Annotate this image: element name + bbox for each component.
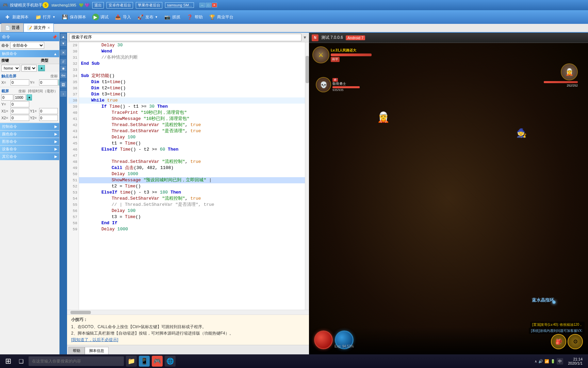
- tab-source[interactable]: 📝 源文件 ✕: [23, 23, 54, 32]
- code-line-31: //各种情况的判断: [79, 55, 305, 61]
- vertical-scrollbar[interactable]: [305, 42, 309, 310]
- emulator-btn[interactable]: 📱: [139, 356, 150, 367]
- skill-settings-btn[interactable]: ⚙: [568, 334, 583, 349]
- sidebar-header: 命令 📌: [0, 33, 59, 41]
- nox-icon: N: [312, 34, 318, 41]
- maximize-btn[interactable]: □: [206, 3, 211, 7]
- swipe-y-input[interactable]: [11, 101, 29, 107]
- lt-paste-btn[interactable]: ✱: [60, 65, 66, 72]
- lt-scroll-btn[interactable]: ↕: [60, 91, 66, 97]
- lt-cross-btn[interactable]: ✕: [60, 49, 66, 56]
- android-backend-btn[interactable]: 安卓作者后台: [107, 2, 133, 9]
- monster-badge: 🎯: [332, 78, 360, 81]
- touch-cmd-section[interactable]: 触摸命令 ▲: [0, 50, 59, 57]
- game-btn[interactable]: 🎮: [152, 356, 163, 367]
- scroll-thumb[interactable]: [306, 56, 309, 83]
- other-cmd-section[interactable]: 其它命令 ▶: [0, 153, 59, 160]
- x-input[interactable]: [11, 79, 29, 86]
- ime-indicator[interactable]: 中: [557, 358, 563, 365]
- code-line-35: Dim t1=time(): [79, 79, 305, 85]
- file-explorer-btn[interactable]: 📁: [126, 356, 137, 367]
- column-headers: 按键 类型: [0, 57, 59, 64]
- line-num-55: 55: [68, 202, 77, 208]
- task-view-btn[interactable]: ❑: [16, 356, 27, 367]
- capture-btn[interactable]: 📷 抓抓: [161, 12, 183, 22]
- browser-btn[interactable]: 🌐: [165, 356, 176, 367]
- code-line-52: t2 = Time(): [79, 183, 305, 189]
- sidebar: 命令 📌 命令 全部命令 触摸命令 ▲ 按键 类型: [0, 33, 60, 354]
- help-tab[interactable]: 帮助: [68, 347, 85, 354]
- capture-icon: 📷: [164, 14, 171, 20]
- line-num-29: 29: [68, 42, 77, 48]
- y-input[interactable]: [39, 79, 58, 86]
- item-name: 蓝水晶指环: [532, 297, 554, 303]
- minimize-btn[interactable]: ─: [199, 3, 205, 7]
- swipe-x-input[interactable]: [1, 94, 13, 101]
- x2-input[interactable]: [11, 115, 29, 121]
- game-screen[interactable]: ⚔ Lv.31人民路还大 和平: [309, 43, 588, 354]
- lt-copy-btn[interactable]: //: [60, 59, 66, 65]
- shape-cmd-section[interactable]: 图形命令 ▶: [0, 138, 59, 145]
- open-icon: 📁: [35, 14, 42, 20]
- swipe-confirm-btn[interactable]: ✦: [27, 94, 32, 101]
- debug-btn[interactable]: ▶ 调试: [89, 12, 111, 22]
- start-btn[interactable]: ⊞: [3, 356, 14, 367]
- lt-down-btn[interactable]: ▼: [60, 40, 66, 46]
- skill-bag-btn[interactable]: 🎒: [551, 334, 566, 349]
- line-num-56: 56: [68, 208, 77, 214]
- pin-icon[interactable]: 📌: [52, 35, 57, 40]
- script-info-tab[interactable]: 脚本信息: [85, 347, 109, 354]
- open-btn[interactable]: 📁 打开 ▼: [32, 12, 58, 22]
- tab-close-icon[interactable]: ✕: [47, 26, 50, 30]
- game-preview: N 测试 7.0.0.6 Android 7 ⚔: [309, 33, 588, 354]
- save-btn[interactable]: 💾 保存脚本: [59, 12, 89, 22]
- cmd-label: 命令: [1, 43, 9, 48]
- lt-img-btn[interactable]: 🖼: [60, 81, 66, 88]
- device-btn[interactable]: samsung SM...: [165, 2, 194, 8]
- lt-go-btn[interactable]: Go: [60, 72, 66, 78]
- skill-btns[interactable]: 🎒 ⚙: [551, 334, 583, 349]
- logout-btn[interactable]: 退出: [92, 2, 104, 9]
- y1-input[interactable]: [39, 108, 58, 114]
- app-title: 按键精灵手机助手: [10, 2, 43, 8]
- ios-backend-btn[interactable]: 苹果作者后台: [136, 2, 162, 9]
- line-numbers: 29 30 31 32 33 34 35 36 37 38 39 40 41 4…: [67, 42, 79, 310]
- code-line-56: Delay 100: [79, 208, 305, 214]
- x1-input[interactable]: [11, 108, 29, 114]
- color-cmd-section[interactable]: 颜色命令 ▶: [0, 131, 59, 138]
- search-input[interactable]: [69, 34, 301, 41]
- publish-btn[interactable]: 🚀 发布 ▼: [134, 12, 161, 22]
- code-line-34: Sub 定时功能(): [79, 73, 305, 79]
- y2-input[interactable]: [39, 115, 58, 121]
- code-line-30: Wend: [79, 48, 305, 55]
- tips-dismiss-link[interactable]: [我知道了，以后不必提示]: [71, 337, 305, 343]
- search-dropdown-icon[interactable]: ▼: [303, 35, 307, 40]
- ctrl-cmd-section[interactable]: 控制命令 ▶: [0, 123, 59, 130]
- device-cmd-section[interactable]: 设备命令 ▶: [0, 145, 59, 153]
- help-btn[interactable]: ❓ 帮助: [184, 12, 206, 22]
- cmd-dropdown[interactable]: 全部命令: [10, 42, 44, 49]
- line-num-34: 34: [68, 73, 77, 79]
- taskbar-search-input[interactable]: [29, 356, 124, 366]
- expand-icon4: ▶: [54, 147, 57, 151]
- player-ui: ⚔ Lv.31人民路还大 和平: [312, 46, 372, 63]
- h-scroll-thumb[interactable]: [70, 311, 91, 314]
- swipe-duration[interactable]: [14, 94, 26, 101]
- new-script-btn[interactable]: ✚ 新建脚本: [1, 12, 31, 22]
- close-btn[interactable]: ✕: [212, 3, 217, 7]
- horizontal-scrollbar[interactable]: [67, 310, 309, 315]
- volume-icon: 📶: [544, 359, 549, 364]
- code-editor[interactable]: 29 30 31 32 33 34 35 36 37 38 39 40 41 4…: [67, 42, 309, 310]
- type-select[interactable]: 按键: [21, 65, 37, 72]
- tab-normal[interactable]: 📄 普通: [1, 23, 23, 32]
- line-num-51: 51: [68, 177, 77, 183]
- add-key-btn[interactable]: ✦: [38, 65, 45, 71]
- key-select[interactable]: home: [1, 65, 20, 72]
- tray-expand-icon[interactable]: ∧: [535, 359, 537, 363]
- clock[interactable]: 21:14 2020/1/1: [565, 357, 585, 365]
- commerce-btn[interactable]: 🏆 商业平台: [206, 12, 236, 22]
- normal-tab-icon: 📄: [5, 26, 10, 30]
- lt-up-btn[interactable]: ▲: [60, 33, 66, 40]
- line-num-41: 41: [68, 116, 77, 122]
- import-btn[interactable]: 📥 导入: [112, 12, 134, 22]
